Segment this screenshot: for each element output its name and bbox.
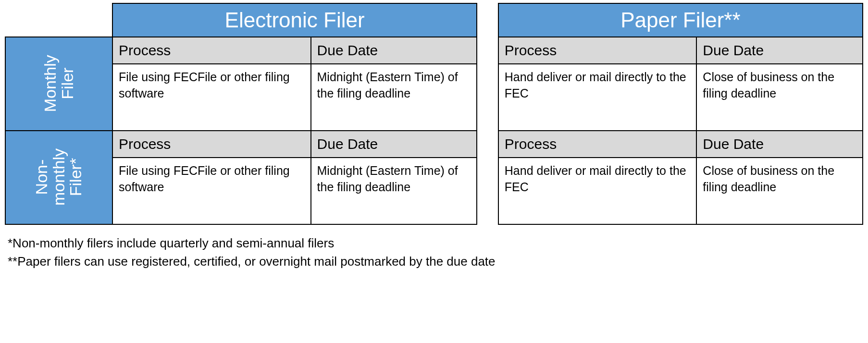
gap [477,64,498,131]
filing-deadlines-table: Electronic Filer Paper Filer** MonthlyFi… [5,3,863,225]
subhdr-monthly-elec-due: Due Date [311,37,477,64]
subhdr-nonmonthly-elec-process: Process [112,131,311,158]
subhdr-monthly-paper-due: Due Date [696,37,863,64]
subhdr-nonmonthly-paper-due: Due Date [696,131,863,158]
row-header-non-monthly-label: Non-monthlyFiler* [33,148,85,206]
cell-monthly-elec-due: Midnight (Eastern Time) of the filing de… [311,64,477,131]
gap [477,131,498,158]
cell-nonmonthly-elec-due: Midnight (Eastern Time) of the filing de… [311,158,477,224]
subhdr-nonmonthly-elec-due: Due Date [311,131,477,158]
row-header-monthly: MonthlyFiler [5,37,112,131]
corner-empty [5,3,112,37]
col-header-paper: Paper Filer** [498,3,863,37]
subhdr-nonmonthly-paper-process: Process [498,131,697,158]
cell-monthly-elec-process: File using FECFile or other filing softw… [112,64,311,131]
cell-nonmonthly-paper-due: Close of business on the filing deadline [696,158,863,224]
cell-nonmonthly-elec-process: File using FECFile or other filing softw… [112,158,311,224]
row-header-non-monthly: Non-monthlyFiler* [5,131,112,224]
gap [477,37,498,64]
subhdr-monthly-paper-process: Process [498,37,697,64]
footnote-1: *Non-monthly filers include quarterly an… [8,234,863,253]
gap [477,158,498,224]
footnote-2: **Paper filers can use registered, certi… [8,253,863,271]
subhdr-monthly-elec-process: Process [112,37,311,64]
gap [477,3,498,37]
cell-monthly-paper-process: Hand deliver or mail directly to the FEC [498,64,697,131]
col-header-electronic: Electronic Filer [112,3,477,37]
cell-nonmonthly-paper-process: Hand deliver or mail directly to the FEC [498,158,697,224]
footnotes: *Non-monthly filers include quarterly an… [5,234,863,270]
row-header-monthly-label: MonthlyFiler [42,55,76,112]
cell-monthly-paper-due: Close of business on the filing deadline [696,64,863,131]
